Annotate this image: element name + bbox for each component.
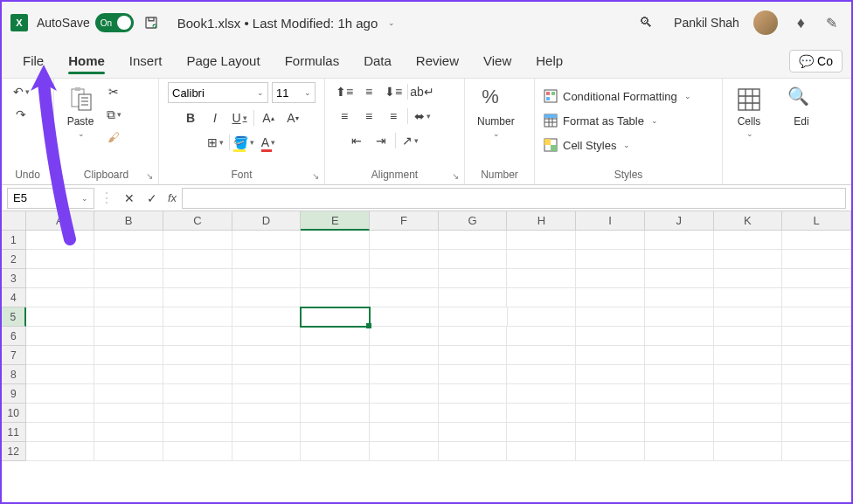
pen-icon[interactable]: ✎ [826,15,837,31]
cell-A12[interactable] [26,442,95,461]
cell-I4[interactable] [576,288,645,307]
cell-L12[interactable] [782,442,851,461]
column-header-L[interactable]: L [782,211,851,231]
tab-review[interactable]: Review [404,44,471,78]
row-header-5[interactable]: 5 [2,307,26,327]
tab-help[interactable]: Help [524,44,575,78]
comments-button[interactable]: 💬 Co [789,50,843,72]
cell-F3[interactable] [370,269,439,288]
cell-D3[interactable] [232,269,302,288]
cell-G12[interactable] [439,442,508,461]
cell-G5[interactable] [439,307,508,327]
cell-E12[interactable] [301,442,370,461]
number-format-button[interactable]: % Number ⌄ [474,82,518,142]
cell-K9[interactable] [714,384,783,404]
cell-F5[interactable] [370,307,439,327]
cell-F12[interactable] [370,442,439,461]
cell-J11[interactable] [645,423,714,442]
cell-K10[interactable] [714,404,783,423]
cell-B1[interactable] [94,231,163,250]
cell-J1[interactable] [645,231,714,250]
cell-H9[interactable] [507,384,576,404]
cell-B5[interactable] [94,307,163,327]
tab-home[interactable]: Home [56,44,117,78]
cell-L2[interactable] [782,250,851,269]
font-color-button[interactable]: A▾ [258,133,279,152]
cell-K6[interactable] [714,327,783,346]
cell-I2[interactable] [576,250,645,269]
cell-F1[interactable] [370,231,439,250]
cell-J3[interactable] [645,269,714,288]
grow-font-button[interactable]: A▴ [258,108,279,128]
cell-L11[interactable] [782,423,851,442]
cell-B6[interactable] [94,327,163,346]
cell-G7[interactable] [439,346,508,365]
cell-F7[interactable] [370,346,439,365]
increase-indent-button[interactable]: ⇥ [371,131,392,150]
cell-G9[interactable] [439,384,508,404]
cell-H2[interactable] [507,250,576,269]
cell-A10[interactable] [26,404,95,423]
row-header-3[interactable]: 3 [2,269,26,288]
cell-C8[interactable] [163,365,232,384]
orientation-button[interactable]: ↗▾ [399,131,420,150]
cell-L6[interactable] [782,327,851,346]
cell-D9[interactable] [232,384,302,404]
cell-K2[interactable] [714,250,783,269]
cell-I12[interactable] [576,442,645,461]
cell-C10[interactable] [163,404,232,423]
cut-button[interactable]: ✂ [103,82,124,101]
cells-button[interactable]: Cells ⌄ [732,82,766,142]
cell-E11[interactable] [301,423,370,442]
cell-A6[interactable] [26,327,95,346]
cell-D4[interactable] [232,288,302,307]
cell-A11[interactable] [26,423,95,442]
select-all-corner[interactable] [2,211,26,231]
cell-B3[interactable] [94,269,163,288]
cell-K4[interactable] [714,288,783,307]
cell-B12[interactable] [94,442,163,461]
cell-H12[interactable] [507,442,576,461]
cell-J10[interactable] [645,404,714,423]
cell-I11[interactable] [576,423,645,442]
fill-color-button[interactable]: 🪣▾ [233,133,254,152]
cell-A7[interactable] [26,346,95,365]
cell-A4[interactable] [26,288,95,307]
cell-F11[interactable] [370,423,439,442]
align-top-button[interactable]: ⬆≡ [334,82,355,101]
cell-D8[interactable] [232,365,302,384]
cell-B4[interactable] [94,288,163,307]
column-header-A[interactable]: A [26,211,95,231]
name-box[interactable]: E5 ⌄ [7,188,94,209]
column-header-C[interactable]: C [163,211,232,231]
italic-button[interactable]: I [205,108,225,128]
cell-D1[interactable] [232,231,302,250]
cell-E6[interactable] [301,327,370,346]
column-header-E[interactable]: E [301,211,370,231]
cell-B8[interactable] [94,365,163,384]
cell-H8[interactable] [507,365,576,384]
row-header-9[interactable]: 9 [2,384,26,404]
cell-L8[interactable] [782,365,851,384]
cell-H5[interactable] [508,307,577,327]
cell-D6[interactable] [232,327,302,346]
cell-L10[interactable] [782,404,851,423]
cell-I8[interactable] [576,365,645,384]
cell-I3[interactable] [576,269,645,288]
enter-formula-button[interactable]: ✓ [142,189,163,208]
cell-J6[interactable] [645,327,714,346]
cell-L7[interactable] [782,346,851,365]
cell-J12[interactable] [645,442,714,461]
cell-E3[interactable] [301,269,370,288]
cell-F10[interactable] [370,404,439,423]
format-as-table-button[interactable]: Format as Table⌄ [544,112,658,129]
cell-L5[interactable] [782,307,851,327]
cell-F9[interactable] [370,384,439,404]
cell-G2[interactable] [439,250,508,269]
row-header-1[interactable]: 1 [2,231,26,250]
cell-H3[interactable] [507,269,576,288]
cell-G10[interactable] [439,404,508,423]
cell-G6[interactable] [439,327,508,346]
cell-A3[interactable] [26,269,95,288]
cell-C4[interactable] [163,288,232,307]
